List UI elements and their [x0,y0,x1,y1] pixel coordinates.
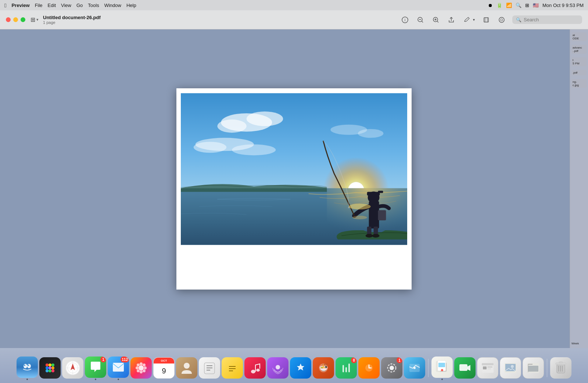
menu-go[interactable]: Go [76,3,83,8]
dock-notes[interactable] [222,357,243,380]
close-button[interactable] [6,17,11,22]
dock-music[interactable] [244,357,266,380]
calendar-header: OCT [154,358,174,364]
pencil-button[interactable] [462,15,472,25]
dock-settings[interactable]: 1 [381,357,402,380]
podcasts-icon [267,357,288,379]
dock-preview[interactable] [431,357,453,380]
svg-point-49 [49,366,51,369]
menu-window[interactable]: Window [104,3,121,8]
dock-finder[interactable] [17,357,38,380]
dock-photos[interactable] [130,357,152,380]
info-button[interactable]: i [400,15,410,25]
right-panel-item-9: c.jpg [573,84,585,87]
sidebar-toggle[interactable]: ⊞ ▾ [31,16,39,23]
pdf-image [181,93,407,245]
controlcenter-icon[interactable]: ⊞ [525,3,529,8]
dock-launchpad[interactable] [39,357,61,380]
dock-stocks[interactable]: 8 [336,357,357,380]
menu-preview[interactable]: Preview [11,3,29,8]
svg-rect-98 [459,364,467,371]
reminders-icon [199,357,220,379]
svg-point-34 [366,234,373,237]
dock-contacts[interactable] [176,357,197,380]
svg-point-67 [137,364,140,366]
menu-help[interactable]: Help [126,3,136,8]
dock-messages[interactable]: 1 [85,357,106,380]
menu-file[interactable]: File [35,3,43,8]
svg-point-18 [217,119,246,132]
resize-button[interactable] [481,15,491,25]
zoom-in-button[interactable] [431,15,441,25]
dock-separator-1 [428,359,429,377]
wifi-icon: 📶 [506,3,512,8]
dock-img2[interactable] [500,357,521,380]
zoom-out-button[interactable] [416,15,425,25]
preview-dot [441,379,443,380]
svg-rect-37 [378,210,386,220]
dock-reminders[interactable] [199,357,220,380]
minimize-button[interactable] [13,17,18,22]
svg-point-17 [247,111,283,126]
svg-point-62 [139,365,144,370]
svg-rect-102 [487,366,492,368]
window-controls [6,17,25,22]
mail-dot [118,379,119,380]
preview-dock-icon [431,357,453,378]
svg-rect-113 [560,366,561,372]
dock-mail[interactable]: 112 [108,357,129,380]
maximize-button[interactable] [21,17,25,22]
svg-point-64 [140,370,143,373]
dock-calendar[interactable]: OCT 9 [153,357,175,380]
dock-img1[interactable] [477,357,498,380]
share-button[interactable] [447,15,456,25]
menu-view[interactable]: View [61,3,71,8]
date-time: Mon Oct 9 9:53 PM [542,3,584,8]
dock-img3[interactable] [523,357,544,380]
search-input[interactable] [524,17,578,22]
pencil-dropdown-arrow[interactable]: ▾ [472,17,476,23]
reminders2-icon [358,357,380,379]
svg-text:i: i [405,18,405,22]
pdf-white-space [181,245,407,267]
svg-rect-30 [367,192,380,195]
svg-point-52 [49,369,51,372]
menubar:  Preview File Edit View Go Tools Window… [0,0,588,10]
stocks-icon: 8 [336,357,357,379]
svg-point-53 [51,369,54,372]
svg-point-69 [137,369,140,372]
svg-point-66 [144,366,147,369]
svg-rect-108 [528,366,538,372]
dock-reminders2[interactable] [358,357,380,380]
messages-icon: 1 [85,357,106,378]
svg-point-51 [46,369,49,372]
menu-tools[interactable]: Tools [88,3,99,8]
music-icon [244,357,266,379]
right-panel-week: Week [571,342,587,345]
svg-point-48 [46,366,49,369]
svg-point-70 [143,369,146,372]
calendar-month-label: OCT [161,359,167,362]
dock-canteen[interactable]: 🍜 [313,357,334,380]
menu-edit[interactable]: Edit [48,3,56,8]
search-box[interactable]: 🔍 [512,15,582,24]
battery-icon: 🔋 [496,3,502,8]
img2-icon [500,357,521,379]
menubar-right: ⏺ 🔋 📶 🔍 ⊞ 🇺🇸 Mon Oct 9 9:53 PM [488,3,584,8]
dock-facetime[interactable] [454,357,476,380]
dock-podcasts[interactable] [267,357,288,380]
dock-separator-2 [547,359,547,377]
dock-safari[interactable] [62,357,83,380]
spotlight-button[interactable] [497,15,506,25]
apple-menu[interactable]:  [4,2,6,8]
search-menubar-icon[interactable]: 🔍 [516,3,521,8]
dock-appstore[interactable] [290,357,311,380]
document-title: Untitled document-26.pdf [43,15,101,20]
dock-trash[interactable] [550,357,571,380]
pdf-document [176,88,412,290]
right-panel-item-3: advanc [573,46,585,49]
dock-maps[interactable] [404,357,425,380]
right-panel-item-5: t [573,58,585,62]
svg-point-47 [51,364,54,366]
svg-rect-10 [484,18,488,22]
